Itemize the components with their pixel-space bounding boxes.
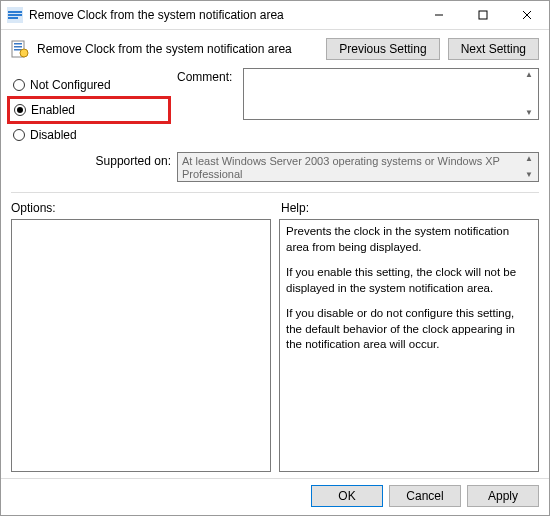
scroll-down-icon: ▼	[521, 108, 537, 118]
scroll-down-icon: ▼	[521, 170, 537, 180]
footer: OK Cancel Apply	[1, 478, 549, 515]
window-controls	[417, 1, 549, 29]
radio-label: Enabled	[31, 103, 75, 117]
maximize-button[interactable]	[461, 1, 505, 29]
help-paragraph: Prevents the clock in the system notific…	[286, 224, 532, 255]
config-row: Not Configured Enabled Disabled Comment:	[1, 64, 549, 146]
titlebar: Remove Clock from the system notificatio…	[1, 1, 549, 30]
svg-rect-10	[14, 46, 22, 48]
radio-disabled[interactable]: Disabled	[11, 125, 171, 145]
policy-editor-window: Remove Clock from the system notificatio…	[0, 0, 550, 516]
maximize-icon	[478, 10, 488, 20]
comment-column: Comment: ▲ ▼	[177, 68, 539, 146]
radio-label: Not Configured	[30, 78, 111, 92]
scroll-up-icon: ▲	[521, 154, 537, 164]
supported-label: Supported on:	[11, 152, 171, 168]
radio-icon	[13, 79, 25, 91]
panes-header: Options: Help:	[1, 195, 549, 217]
highlight-enabled: Enabled	[7, 96, 171, 124]
header-row: Remove Clock from the system notificatio…	[1, 30, 549, 64]
help-paragraph: If you enable this setting, the clock wi…	[286, 265, 532, 296]
close-icon	[522, 10, 532, 20]
policy-title: Remove Clock from the system notificatio…	[37, 42, 318, 56]
help-pane: Prevents the clock in the system notific…	[279, 219, 539, 472]
policy-icon	[11, 40, 29, 58]
svg-rect-5	[479, 11, 487, 19]
minimize-button[interactable]	[417, 1, 461, 29]
ok-button[interactable]: OK	[311, 485, 383, 507]
svg-rect-2	[8, 14, 22, 16]
radio-icon	[13, 129, 25, 141]
radio-icon	[14, 104, 26, 116]
previous-setting-button[interactable]: Previous Setting	[326, 38, 439, 60]
app-icon	[7, 7, 23, 23]
comment-label: Comment:	[177, 68, 237, 84]
svg-rect-1	[8, 11, 22, 13]
help-paragraph: If you disable or do not configure this …	[286, 306, 532, 353]
scrollbar[interactable]: ▲ ▼	[521, 70, 537, 118]
panes: Prevents the clock in the system notific…	[1, 217, 549, 478]
svg-point-12	[20, 49, 28, 57]
help-label: Help:	[275, 201, 539, 215]
radio-label: Disabled	[30, 128, 77, 142]
window-title: Remove Clock from the system notificatio…	[29, 8, 417, 22]
apply-button[interactable]: Apply	[467, 485, 539, 507]
supported-textbox: At least Windows Server 2003 operating s…	[177, 152, 539, 182]
svg-rect-9	[14, 43, 22, 45]
supported-row: Supported on: At least Windows Server 20…	[1, 146, 549, 190]
scrollbar[interactable]: ▲ ▼	[521, 154, 537, 180]
options-pane	[11, 219, 271, 472]
svg-rect-3	[8, 17, 18, 19]
supported-text: At least Windows Server 2003 operating s…	[182, 155, 500, 180]
scroll-up-icon: ▲	[521, 70, 537, 80]
separator	[11, 192, 539, 193]
radio-enabled[interactable]: Enabled	[12, 100, 162, 120]
comment-textarea[interactable]: ▲ ▼	[243, 68, 539, 120]
radio-not-configured[interactable]: Not Configured	[11, 75, 171, 95]
options-label: Options:	[11, 201, 275, 215]
cancel-button[interactable]: Cancel	[389, 485, 461, 507]
next-setting-button[interactable]: Next Setting	[448, 38, 539, 60]
state-radio-group: Not Configured Enabled Disabled	[11, 68, 171, 146]
close-button[interactable]	[505, 1, 549, 29]
minimize-icon	[434, 10, 444, 20]
